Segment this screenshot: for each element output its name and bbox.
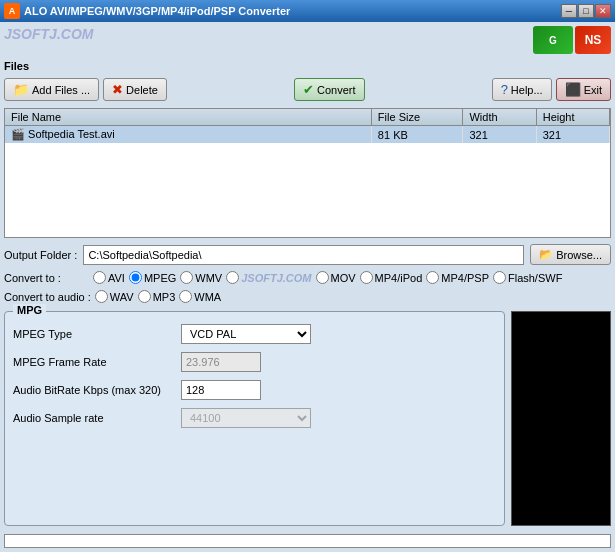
preview-box [511,311,611,526]
top-bar: JSOFTJ.COM G NS [4,26,611,56]
sample-rate-label: Audio Sample rate [13,412,173,424]
add-files-button[interactable]: 📁 Add Files ... [4,78,99,101]
radio-mp4ipod[interactable]: MP4/iPod [360,271,423,284]
radio-mp3[interactable]: MP3 [138,290,176,303]
radio-wmv-input[interactable] [180,271,193,284]
output-folder-row: Output Folder : 📂 Browse... [4,244,611,265]
audio-bitrate-row: Audio BitRate Kbps (max 320) [13,380,496,400]
browse-label: Browse... [556,249,602,261]
convert-to-audio-label: Convert to audio : [4,291,91,303]
logo-ns: NS [575,26,611,54]
radio-avi-input[interactable] [93,271,106,284]
file-table: File Name File Size Width Height 🎬 Softp… [5,109,610,143]
radio-wav-input[interactable] [95,290,108,303]
radio-mp4ipod-input[interactable] [360,271,373,284]
exit-button[interactable]: ⬛ Exit [556,78,611,101]
settings-box: MPG MPEG Type VCD PAL VCD NTSC SVCD PAL … [4,311,505,526]
radio-mp4psp[interactable]: MP4/PSP [426,271,489,284]
close-button[interactable]: ✕ [595,4,611,18]
col-height: Height [536,109,609,126]
radio-mp4psp-input[interactable] [426,271,439,284]
delete-button[interactable]: ✖ Delete [103,78,167,101]
radio-wmv[interactable]: WMV [180,271,222,284]
radio-3mov[interactable]: JSOFTJ.COM [226,271,311,284]
app-icon: A [4,3,20,19]
sample-rate-select: 44100 22050 11025 [181,408,311,428]
cell-height: 321 [536,126,609,144]
radio-mov[interactable]: MOV [316,271,356,284]
radio-mov-label: MOV [331,272,356,284]
radio-mp3-label: MP3 [153,291,176,303]
minimize-button[interactable]: ─ [561,4,577,18]
frame-rate-row: MPEG Frame Rate [13,352,496,372]
convert-icon: ✔ [303,82,314,97]
radio-avi[interactable]: AVI [93,271,125,284]
convert-label: Convert [317,84,356,96]
title-bar-left: A ALO AVI/MPEG/WMV/3GP/MP4/iPod/PSP Conv… [4,3,290,19]
delete-icon: ✖ [112,82,123,97]
audio-bitrate-input[interactable] [181,380,261,400]
maximize-button[interactable]: □ [578,4,594,18]
radio-avi-label: AVI [108,272,125,284]
radio-flash-input[interactable] [493,271,506,284]
logo-area: G NS [533,26,611,54]
toolbar-spacer [171,78,290,101]
toolbar: 📁 Add Files ... ✖ Delete ✔ Convert ? Hel… [4,78,611,101]
cell-filesize: 81 KB [371,126,463,144]
radio-wmv-label: WMV [195,272,222,284]
output-folder-input[interactable] [83,245,524,265]
title-bar-title: ALO AVI/MPEG/WMV/3GP/MP4/iPod/PSP Conver… [24,5,290,17]
file-table-container: File Name File Size Width Height 🎬 Softp… [4,108,611,238]
add-icon: 📁 [13,82,29,97]
cell-filename: 🎬 Softpedia Test.avi [5,126,371,144]
radio-mp3-input[interactable] [138,290,151,303]
radio-mpeg[interactable]: MPEG [129,271,176,284]
radio-wma[interactable]: WMA [179,290,221,303]
mpeg-type-row: MPEG Type VCD PAL VCD NTSC SVCD PAL SVCD… [13,324,496,344]
cell-width: 321 [463,126,536,144]
help-button[interactable]: ? Help... [492,78,552,101]
title-bar-controls: ─ □ ✕ [561,4,611,18]
convert-button[interactable]: ✔ Convert [294,78,365,101]
help-label: Help... [511,84,543,96]
browse-button[interactable]: 📂 Browse... [530,244,611,265]
radio-wma-input[interactable] [179,290,192,303]
exit-label: Exit [584,84,602,96]
settings-area: MPG MPEG Type VCD PAL VCD NTSC SVCD PAL … [4,311,611,526]
add-files-label: Add Files ... [32,84,90,96]
settings-box-title: MPG [13,304,46,316]
radio-mpeg-input[interactable] [129,271,142,284]
exit-icon: ⬛ [565,82,581,97]
table-row[interactable]: 🎬 Softpedia Test.avi 81 KB 321 321 [5,126,610,144]
title-bar: A ALO AVI/MPEG/WMV/3GP/MP4/iPod/PSP Conv… [0,0,615,22]
radio-flash[interactable]: Flash/SWF [493,271,562,284]
col-filesize: File Size [371,109,463,126]
radio-3mov-input[interactable] [226,271,239,284]
convert-to-label: Convert to : [4,272,89,284]
files-section-label: Files [4,60,611,72]
main-window: JSOFTJ.COM G NS Files 📁 Add Files ... ✖ … [0,22,615,552]
radio-wav[interactable]: WAV [95,290,134,303]
table-header-row: File Name File Size Width Height [5,109,610,126]
radio-mov-input[interactable] [316,271,329,284]
help-icon: ? [501,82,508,97]
convert-to-row: Convert to : AVI MPEG WMV JSOFTJ.COM MOV [4,271,611,284]
progress-bar-container [4,534,611,548]
mpeg-type-select[interactable]: VCD PAL VCD NTSC SVCD PAL SVCD NTSC DVD … [181,324,311,344]
col-filename: File Name [5,109,371,126]
col-width: Width [463,109,536,126]
logo-g: G [533,26,573,54]
radio-flash-label: Flash/SWF [508,272,562,284]
toolbar-spacer2 [369,78,488,101]
radio-3mov-label: JSOFTJ.COM [241,272,311,284]
convert-to-audio-row: Convert to audio : WAV MP3 WMA [4,290,611,303]
radio-mp4psp-label: MP4/PSP [441,272,489,284]
watermark-top: JSOFTJ.COM [4,26,93,42]
output-folder-label: Output Folder : [4,249,77,261]
frame-rate-input [181,352,261,372]
convert-to-options: AVI MPEG WMV JSOFTJ.COM MOV MP4/iPod [93,271,564,284]
delete-label: Delete [126,84,158,96]
radio-wma-label: WMA [194,291,221,303]
audio-bitrate-label: Audio BitRate Kbps (max 320) [13,384,173,396]
convert-to-audio-options: WAV MP3 WMA [95,290,223,303]
